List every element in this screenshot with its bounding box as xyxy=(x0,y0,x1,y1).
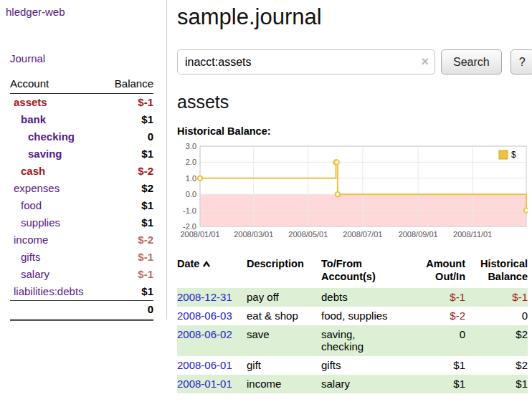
txn-amount: $-2 xyxy=(412,307,465,325)
search-button[interactable]: Search xyxy=(441,49,502,75)
account-name-cell: bank xyxy=(10,111,104,128)
y-tick-label: 3.0 xyxy=(186,143,196,150)
txn-date-cell: 2008-01-01 xyxy=(177,375,247,393)
txn-description: eat & shop xyxy=(247,307,321,325)
txn-date-cell: 2008-06-03 xyxy=(177,307,247,325)
account-balance: $-2 xyxy=(104,163,153,180)
sidebar-account-link[interactable]: bank xyxy=(10,113,104,126)
account-row: gifts$-1 xyxy=(10,249,153,266)
txn-amount: 0 xyxy=(412,325,465,356)
txn-balance: $2 xyxy=(465,325,528,356)
help-button[interactable]: ? xyxy=(510,49,532,75)
account-heading: assets xyxy=(177,92,532,112)
transactions-tbody: 2008-12-31pay offdebts$-1$-12008-06-03ea… xyxy=(177,288,528,393)
col-amount-line2: Out/In xyxy=(412,270,465,283)
account-row: supplies$1 xyxy=(10,214,153,231)
account-name-cell: income xyxy=(10,231,104,249)
txn-description: gift xyxy=(247,356,321,375)
account-balance: $1 xyxy=(104,197,153,214)
sidebar-account-link[interactable]: assets xyxy=(10,96,104,109)
col-account: To/From Account(s) xyxy=(321,256,412,288)
txn-date-cell: 2008-06-02 xyxy=(177,325,247,356)
accounts-col-account: Account xyxy=(10,76,104,94)
account-name-cell: assets xyxy=(10,94,104,112)
txn-balance: $2 xyxy=(465,356,528,375)
transaction-row: 2008-01-01incomesalary$1$1 xyxy=(177,375,528,393)
account-row: food$1 xyxy=(10,197,153,214)
txn-date-link[interactable]: 2008-01-01 xyxy=(177,378,232,390)
sidebar-account-link[interactable]: cash xyxy=(10,165,104,178)
search-field-wrap: × xyxy=(177,49,435,75)
sidebar-account-link[interactable]: salary xyxy=(10,268,104,281)
txn-account: gifts xyxy=(321,356,412,375)
account-balance: $1 xyxy=(104,283,153,301)
account-name-cell: cash xyxy=(10,163,104,180)
historical-balance-chart: -2.0-1.00.01.02.03.02008/01/012008/03/01… xyxy=(177,143,532,244)
account-balance: $1 xyxy=(104,214,153,231)
account-name-cell: food xyxy=(10,197,104,214)
sidebar-account-link[interactable]: income xyxy=(10,234,104,246)
txn-description: save xyxy=(247,325,321,356)
accounts-col-balance: Balance xyxy=(104,76,153,94)
account-name-cell: saving xyxy=(10,145,104,163)
col-balance-line1: Historical xyxy=(465,257,528,270)
y-tick-label: 2.0 xyxy=(186,158,196,166)
txn-date-cell: 2008-12-31 xyxy=(177,288,247,307)
sidebar-account-link[interactable]: gifts xyxy=(10,251,104,264)
txn-amount: $1 xyxy=(412,356,465,375)
x-tick-label: 2008/09/01 xyxy=(399,230,438,239)
sidebar-account-link[interactable]: expenses xyxy=(10,182,104,195)
accounts-total-row: 0 xyxy=(10,301,153,320)
app-title-link[interactable]: hledger-web xyxy=(0,6,166,18)
sidebar-account-link[interactable]: food xyxy=(10,199,104,212)
account-balance: $-1 xyxy=(104,266,153,283)
txn-account: food, supplies xyxy=(321,307,412,325)
account-name-cell: liabilities:debts xyxy=(10,283,104,301)
txn-date-link[interactable]: 2008-12-31 xyxy=(177,291,232,303)
txn-date-link[interactable]: 2008-06-03 xyxy=(177,310,232,322)
txn-account: debts xyxy=(321,288,412,307)
account-row: saving$1 xyxy=(10,145,153,163)
txn-date-link[interactable]: 2008-06-02 xyxy=(177,328,232,340)
transactions-header-row: Date Description To/From Account(s) Amou… xyxy=(177,256,528,288)
account-row: checking0 xyxy=(10,128,153,145)
data-point xyxy=(335,160,339,164)
txn-amount: $1 xyxy=(412,375,465,393)
account-row: liabilities:debts$1 xyxy=(10,283,153,301)
transaction-row: 2008-06-03eat & shopfood, supplies$-20 xyxy=(177,307,528,325)
y-tick-label: 0.0 xyxy=(186,190,196,198)
account-balance: $-1 xyxy=(104,94,153,112)
x-tick-label: 2008/03/01 xyxy=(234,230,273,239)
accounts-header-row: Account Balance xyxy=(10,76,153,94)
clear-search-icon[interactable]: × xyxy=(421,54,429,69)
transaction-row: 2008-12-31pay offdebts$-1$-1 xyxy=(177,288,528,307)
main-content: sample.journal × Search ? assets Histori… xyxy=(167,0,532,417)
account-name-cell: gifts xyxy=(10,249,104,266)
transaction-row: 2008-06-02savesaving, checking0$2 xyxy=(177,325,528,356)
account-row: assets$-1 xyxy=(10,94,153,112)
y-tick-label: -1.0 xyxy=(183,206,196,215)
col-account-line1: To/From xyxy=(321,257,412,270)
sidebar-item-journal[interactable]: Journal xyxy=(0,52,166,64)
col-date[interactable]: Date xyxy=(177,256,247,288)
col-amount-line1: Amount xyxy=(412,257,465,270)
account-balance: $-1 xyxy=(104,249,153,266)
accounts-total-spacer xyxy=(10,301,104,320)
app: hledger-web Journal Account Balance asse… xyxy=(0,0,532,417)
search-bar: × Search ? xyxy=(177,49,532,75)
col-amount: Amount Out/In xyxy=(412,256,465,288)
sidebar-account-link[interactable]: supplies xyxy=(10,216,104,229)
sidebar-account-link[interactable]: liabilities:debts xyxy=(10,285,104,298)
txn-balance: $-1 xyxy=(465,288,528,307)
sidebar-account-link[interactable]: saving xyxy=(10,148,104,160)
account-name-cell: checking xyxy=(10,128,104,145)
txn-balance: 0 xyxy=(465,307,528,325)
data-point xyxy=(336,192,340,196)
search-input[interactable] xyxy=(177,49,435,75)
txn-description: income xyxy=(247,375,321,393)
txn-account: saving, checking xyxy=(321,325,412,356)
txn-date-link[interactable]: 2008-06-01 xyxy=(177,359,232,371)
sidebar: hledger-web Journal Account Balance asse… xyxy=(0,0,167,320)
accounts-total-value: 0 xyxy=(104,301,153,320)
sidebar-account-link[interactable]: checking xyxy=(10,130,104,143)
